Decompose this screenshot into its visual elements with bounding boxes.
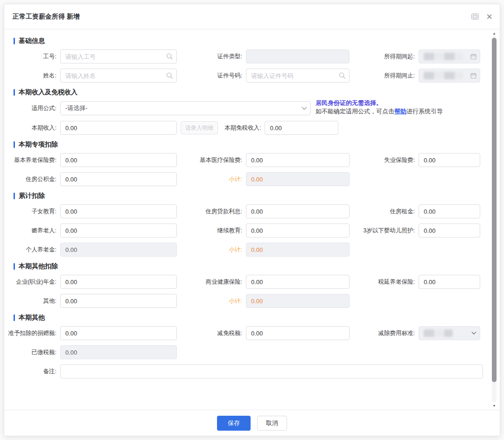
formula-select[interactable]: -请选择- xyxy=(60,101,311,115)
help-link[interactable]: 帮助 xyxy=(394,108,406,115)
scrollbar-thumb[interactable] xyxy=(492,38,497,382)
vertical-scrollbar[interactable]: ▲ ▼ xyxy=(491,31,497,408)
infant-care-input[interactable] xyxy=(419,224,480,237)
calendar-icon[interactable] xyxy=(470,54,476,60)
section-accent-bar xyxy=(14,89,15,96)
chevron-down-icon xyxy=(471,332,476,335)
emp-no-label: 工号: xyxy=(14,53,56,61)
tax-reduction-input[interactable] xyxy=(246,327,349,340)
unemployment-input[interactable] xyxy=(419,154,480,167)
tax-reduction-field[interactable] xyxy=(246,326,350,340)
cumulative-subtotal-value xyxy=(246,243,349,256)
deferred-pension-input[interactable] xyxy=(419,275,480,288)
section-special-deduction: 本期专项扣除 xyxy=(14,140,482,149)
scroll-up-icon[interactable]: ▲ xyxy=(493,31,496,35)
period-start-field[interactable] xyxy=(419,49,480,63)
house-rent-field[interactable] xyxy=(419,204,480,218)
donation-field[interactable] xyxy=(60,326,177,340)
elderly-support-input[interactable] xyxy=(61,224,176,237)
housing-fund-label: 住房公积金: xyxy=(14,175,56,183)
cert-no-field[interactable] xyxy=(246,69,350,83)
paid-tax-field xyxy=(60,345,177,359)
dialog-footer: 保存 取消 xyxy=(4,410,500,436)
calendar-icon[interactable] xyxy=(470,73,476,79)
children-edu-field[interactable] xyxy=(60,204,177,218)
personal-pension-value xyxy=(61,243,176,256)
pension-field[interactable] xyxy=(60,153,177,167)
current-income-field[interactable] xyxy=(60,121,177,135)
other-subtotal-label: 小计: xyxy=(177,297,242,305)
elderly-support-field[interactable] xyxy=(60,223,177,237)
emp-no-input[interactable] xyxy=(61,50,176,63)
redacted-value xyxy=(424,329,453,337)
housing-fund-input[interactable] xyxy=(61,173,176,186)
cert-type-input xyxy=(246,50,349,63)
health-insurance-field[interactable] xyxy=(246,275,350,289)
formula-hint: 居民身份证的无需选择。 如不能确定适用公式，可点击帮助进行系统引导 xyxy=(315,99,443,116)
other-field[interactable] xyxy=(60,294,177,308)
search-icon[interactable] xyxy=(339,72,346,79)
save-button[interactable]: 保存 xyxy=(217,416,251,431)
scrollbar-track[interactable] xyxy=(492,36,497,403)
section-accent-bar xyxy=(14,38,15,44)
current-income-input[interactable] xyxy=(61,121,176,134)
cert-no-input[interactable] xyxy=(246,69,349,82)
period-end-field[interactable] xyxy=(419,69,480,83)
section-accent-bar xyxy=(14,314,15,321)
enter-detail-button[interactable]: 请录入明细 xyxy=(181,121,218,134)
pension-input[interactable] xyxy=(61,154,176,167)
name-input[interactable] xyxy=(61,69,176,82)
annuity-field[interactable] xyxy=(60,275,177,289)
donation-input[interactable] xyxy=(61,327,176,340)
house-rent-input[interactable] xyxy=(419,205,480,218)
cert-type-field xyxy=(246,49,350,63)
mortgage-interest-field[interactable] xyxy=(246,204,350,218)
housing-fund-field[interactable] xyxy=(60,172,177,186)
annuity-label: 企业(职业)年金: xyxy=(14,278,56,286)
emp-no-field[interactable] xyxy=(60,49,177,63)
dialog-body: 基础信息 工号: 证件类型: 所得期间起: 姓名: xyxy=(4,29,500,378)
close-icon[interactable]: × xyxy=(486,12,492,21)
infant-care-field[interactable] xyxy=(419,223,480,237)
dialog-header: 正常工资薪金所得 新增 × xyxy=(4,4,500,29)
dialog-title: 正常工资薪金所得 新增 xyxy=(13,13,80,21)
medical-input[interactable] xyxy=(246,154,349,167)
cumulative-subtotal-field xyxy=(246,243,350,257)
continuing-edu-label: 继续教育: xyxy=(177,227,242,235)
tax-free-income-label: 本期免税收入: xyxy=(224,124,261,132)
remark-label: 备注: xyxy=(14,368,56,376)
tax-free-income-field[interactable] xyxy=(265,121,338,135)
health-insurance-input[interactable] xyxy=(246,275,349,288)
deferred-pension-field[interactable] xyxy=(419,275,480,289)
remark-input[interactable] xyxy=(61,365,483,378)
unemployment-field[interactable] xyxy=(419,153,480,167)
special-subtotal-field xyxy=(246,172,350,186)
children-edu-input[interactable] xyxy=(61,205,176,218)
paid-tax-label: 已缴税额: xyxy=(14,349,56,356)
tax-free-income-input[interactable] xyxy=(265,121,338,134)
unemployment-label: 失业保险费: xyxy=(352,156,415,164)
special-subtotal-label: 小计: xyxy=(177,175,242,183)
section-current-income: 本期收入及免税收入 xyxy=(14,88,482,97)
fullscreen-icon[interactable] xyxy=(471,14,479,20)
section-accent-bar xyxy=(14,263,15,270)
other-input[interactable] xyxy=(61,294,176,307)
continuing-edu-input[interactable] xyxy=(246,224,349,237)
name-field[interactable] xyxy=(60,69,177,83)
cert-no-label: 证件号码: xyxy=(177,72,242,80)
annuity-input[interactable] xyxy=(61,275,176,288)
scroll-down-icon[interactable]: ▼ xyxy=(493,404,496,408)
cancel-button[interactable]: 取消 xyxy=(257,416,287,431)
cert-type-label: 证件类型: xyxy=(177,53,242,61)
mortgage-interest-input[interactable] xyxy=(246,205,349,218)
period-start-label: 所得期间起: xyxy=(352,53,415,61)
pension-label: 基本养老保险费: xyxy=(14,156,56,164)
remark-field[interactable] xyxy=(60,364,483,378)
search-icon[interactable] xyxy=(166,53,173,60)
medical-field[interactable] xyxy=(246,153,350,167)
continuing-edu-field[interactable] xyxy=(246,223,350,237)
deduction-standard-select[interactable] xyxy=(419,326,480,340)
medical-label: 基本医疗保险费: xyxy=(177,156,242,164)
chevron-down-icon xyxy=(301,106,307,110)
search-icon[interactable] xyxy=(166,72,173,79)
